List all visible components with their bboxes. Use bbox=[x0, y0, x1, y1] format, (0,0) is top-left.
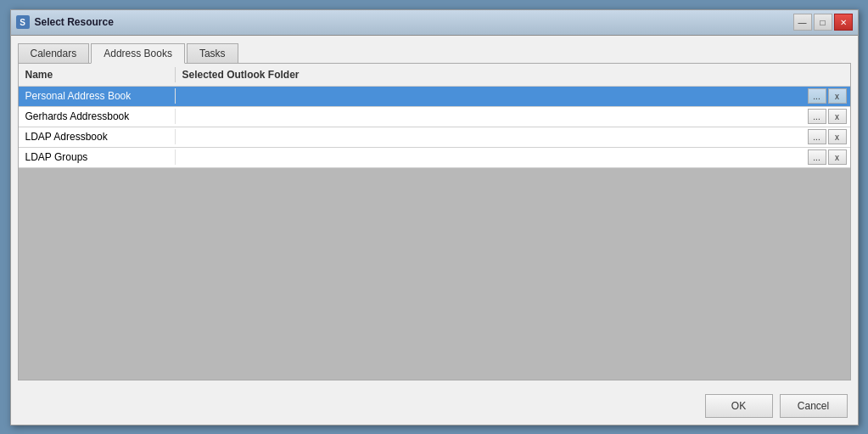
dialog-title: Select Resource bbox=[35, 16, 793, 28]
row-actions: ... x bbox=[808, 88, 850, 104]
table-row[interactable]: Personal Address Book ... x bbox=[19, 87, 850, 107]
remove-button[interactable]: x bbox=[828, 129, 847, 144]
minimize-button[interactable]: — bbox=[793, 14, 812, 31]
maximize-button[interactable]: □ bbox=[814, 14, 832, 31]
close-button[interactable]: ✕ bbox=[834, 14, 853, 31]
tab-bar: Calendars Address Books Tasks bbox=[18, 42, 851, 63]
table-row[interactable]: LDAP Groups ... x bbox=[19, 148, 850, 168]
dialog-body: Calendars Address Books Tasks Name Selec… bbox=[11, 36, 858, 387]
title-bar: S Select Resource — □ ✕ bbox=[11, 10, 858, 36]
row-name: Gerhards Addressbook bbox=[19, 109, 176, 124]
row-actions: ... x bbox=[808, 149, 850, 165]
tab-content: Name Selected Outlook Folder Personal Ad… bbox=[18, 63, 851, 380]
row-actions: ... x bbox=[808, 109, 850, 124]
tab-address-books[interactable]: Address Books bbox=[91, 43, 185, 64]
remove-button[interactable]: x bbox=[828, 109, 847, 124]
column-name-header: Name bbox=[19, 67, 176, 82]
row-name: LDAP Groups bbox=[19, 149, 176, 165]
remove-button[interactable]: x bbox=[828, 149, 847, 165]
app-icon: S bbox=[16, 15, 30, 29]
row-name: LDAP Adressbook bbox=[19, 129, 176, 144]
tab-tasks[interactable]: Tasks bbox=[187, 43, 238, 64]
table-row[interactable]: LDAP Adressbook ... x bbox=[19, 127, 850, 148]
row-folder bbox=[176, 155, 808, 159]
ok-button[interactable]: OK bbox=[705, 394, 773, 418]
browse-button[interactable]: ... bbox=[808, 88, 826, 104]
dialog-footer: OK Cancel bbox=[11, 387, 858, 425]
browse-button[interactable]: ... bbox=[808, 129, 826, 144]
row-name: Personal Address Book bbox=[19, 88, 176, 104]
table-body: Personal Address Book ... x Gerhards Add… bbox=[19, 87, 850, 380]
browse-button[interactable]: ... bbox=[808, 109, 826, 124]
row-folder bbox=[176, 135, 808, 138]
window-controls: — □ ✕ bbox=[793, 14, 853, 31]
dialog: S Select Resource — □ ✕ Calendars Addres… bbox=[10, 9, 859, 426]
table-header: Name Selected Outlook Folder bbox=[19, 64, 850, 87]
row-actions: ... x bbox=[808, 129, 850, 144]
remove-button[interactable]: x bbox=[828, 88, 847, 104]
row-folder bbox=[176, 115, 808, 118]
tab-calendars[interactable]: Calendars bbox=[18, 43, 90, 64]
row-folder bbox=[176, 94, 808, 98]
browse-button[interactable]: ... bbox=[808, 149, 826, 165]
table-row[interactable]: Gerhards Addressbook ... x bbox=[19, 107, 850, 127]
cancel-button[interactable]: Cancel bbox=[780, 394, 848, 418]
column-folder-header: Selected Outlook Folder bbox=[176, 67, 850, 82]
